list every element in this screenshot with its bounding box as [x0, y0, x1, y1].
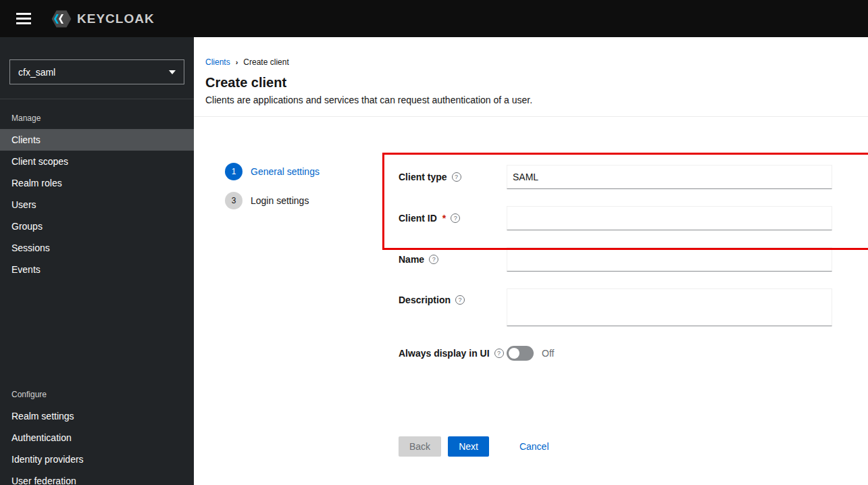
section-label-configure: Configure: [0, 376, 194, 405]
sidebar-item-realm-roles[interactable]: Realm roles: [0, 172, 194, 194]
chevron-right-icon: ›: [236, 58, 238, 66]
realm-name: cfx_saml: [18, 67, 55, 78]
client-id-input[interactable]: [507, 206, 832, 230]
nav-section-manage: Manage Clients Client scopes Realm roles…: [0, 99, 194, 280]
form-row-description: Description ?: [399, 288, 832, 329]
label-text: Client type: [399, 172, 447, 182]
form-row-client-id: Client ID * ?: [399, 206, 832, 230]
client-id-label: Client ID * ?: [399, 213, 507, 224]
toggle-knob-icon: [509, 348, 519, 359]
caret-down-icon: [169, 70, 176, 74]
label-text: Name: [399, 254, 424, 265]
form-row-name: Name ?: [399, 247, 832, 272]
sidebar-item-clients[interactable]: Clients: [0, 129, 194, 151]
step-number-badge: 1: [225, 163, 242, 180]
step-label: General settings: [251, 166, 320, 177]
breadcrumb: Clients › Create client: [205, 57, 852, 67]
sidebar-item-groups[interactable]: Groups: [0, 215, 194, 237]
cancel-button[interactable]: Cancel: [519, 436, 549, 457]
next-button[interactable]: Next: [448, 436, 489, 457]
name-input[interactable]: [507, 247, 832, 272]
sidebar-item-user-federation[interactable]: User federation: [0, 470, 194, 485]
page-header: Clients › Create client Create client Cl…: [194, 37, 868, 117]
description-label: Description ?: [399, 288, 507, 305]
client-type-input[interactable]: [507, 165, 832, 189]
description-control: [507, 288, 832, 329]
page-title: Create client: [205, 75, 852, 91]
client-id-control: [507, 206, 832, 230]
question-circle-icon[interactable]: ?: [455, 295, 465, 305]
masthead: KEYCLOAK: [0, 0, 868, 37]
back-button[interactable]: Back: [399, 436, 441, 457]
sidebar-item-client-scopes[interactable]: Client scopes: [0, 151, 194, 172]
name-label: Name ?: [399, 254, 507, 265]
description-textarea[interactable]: [507, 288, 832, 326]
realm-selector-area: cfx_saml: [0, 37, 194, 99]
sidebar-item-sessions[interactable]: Sessions: [0, 237, 194, 259]
sidebar-item-identity-providers[interactable]: Identity providers: [0, 449, 194, 470]
label-text: Always display in UI: [399, 348, 490, 359]
sidebar-item-events[interactable]: Events: [0, 259, 194, 280]
client-type-control: [507, 165, 832, 189]
step-number-badge: 3: [225, 192, 242, 209]
wizard-step-general-settings[interactable]: 1 General settings: [225, 163, 399, 180]
page-subtitle: Clients are applications and services th…: [205, 95, 852, 105]
question-circle-icon[interactable]: ?: [429, 255, 438, 264]
keycloak-admin-console: KEYCLOAK cfx_saml Manage Clients Client …: [0, 0, 868, 485]
form-row-client-type: Client type ?: [399, 165, 832, 189]
label-text: Client ID: [399, 213, 437, 224]
keycloak-logo-icon: [51, 9, 72, 29]
always-display-toggle[interactable]: [507, 346, 534, 361]
sidebar: cfx_saml Manage Clients Client scopes Re…: [0, 37, 194, 485]
sidebar-item-realm-settings[interactable]: Realm settings: [0, 405, 194, 427]
sidebar-item-users[interactable]: Users: [0, 194, 194, 215]
wizard-nav: 1 General settings 3 Login settings: [194, 153, 399, 457]
name-control: [507, 247, 832, 272]
breadcrumb-clients-link[interactable]: Clients: [205, 57, 230, 67]
breadcrumb-current: Create client: [243, 57, 288, 67]
always-display-control: Off: [507, 346, 832, 361]
label-text: Description: [399, 295, 451, 305]
general-settings-form: Client type ? Client ID * ?: [399, 153, 868, 457]
main-content: Clients › Create client Create client Cl…: [194, 37, 868, 485]
sidebar-item-authentication[interactable]: Authentication: [0, 427, 194, 449]
wizard-actions: Back Next Cancel: [399, 436, 832, 457]
toggle-state-label: Off: [542, 348, 554, 359]
form-row-always-display: Always display in UI ? Off: [399, 346, 832, 361]
always-display-label: Always display in UI ?: [399, 348, 507, 359]
brand-text: KEYCLOAK: [77, 11, 155, 26]
menu-icon[interactable]: [16, 13, 31, 24]
keycloak-brand[interactable]: KEYCLOAK: [51, 9, 155, 29]
question-circle-icon[interactable]: ?: [452, 172, 461, 182]
section-label-manage: Manage: [0, 99, 194, 129]
wizard-step-login-settings[interactable]: 3 Login settings: [225, 192, 399, 209]
required-indicator: *: [442, 213, 446, 224]
question-circle-icon[interactable]: ?: [494, 349, 504, 358]
client-type-label: Client type ?: [399, 172, 507, 182]
nav-section-configure: Configure Realm settings Authentication …: [0, 376, 194, 485]
create-client-wizard: 1 General settings 3 Login settings Clie…: [194, 117, 868, 457]
step-label: Login settings: [251, 195, 309, 206]
question-circle-icon[interactable]: ?: [451, 213, 460, 223]
realm-selector[interactable]: cfx_saml: [9, 59, 184, 84]
